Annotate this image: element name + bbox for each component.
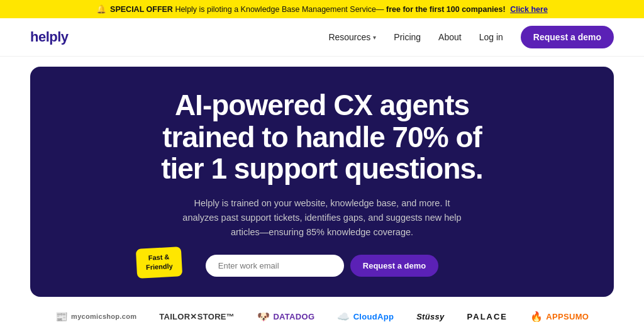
- hero-cta-row: Fast & Friendly Request a demo: [206, 255, 438, 277]
- announcement-cta[interactable]: Click here: [510, 5, 548, 14]
- announcement-bar: 🔔 SPECIAL OFFER Helply is piloting a Kno…: [0, 0, 644, 18]
- cloudapp-label: CloudApp: [353, 312, 394, 321]
- stussy-label: Stüssy: [416, 312, 444, 321]
- mycomicshop-label: mycomicshop.com: [71, 313, 136, 321]
- logos-bar: 📰 mycomicshop.com TAILOR✕STORE™ 🐶 DATADO…: [0, 297, 644, 322]
- nav-links: Resources ▾ Pricing About Log in: [328, 32, 502, 42]
- hero-section: AI-powered CX agents trained to handle 7…: [30, 67, 614, 297]
- palace-label: PALACE: [467, 312, 508, 321]
- nav-login[interactable]: Log in: [479, 32, 503, 42]
- hero-heading: AI-powered CX agents trained to handle 7…: [161, 89, 483, 185]
- mycomicshop-icon: 📰: [55, 311, 68, 322]
- nav-demo-button[interactable]: Request a demo: [521, 26, 614, 48]
- hero-heading-line3: tier 1 support questions.: [161, 152, 483, 185]
- email-input[interactable]: [206, 255, 344, 277]
- logo-mycomicshop: 📰 mycomicshop.com: [55, 311, 136, 322]
- logo-cloudapp: ☁️ CloudApp: [337, 311, 394, 322]
- logo-appsumo: 🔥 APPSUMO: [530, 311, 589, 322]
- logo[interactable]: helply: [30, 29, 69, 45]
- nav-about[interactable]: About: [438, 32, 462, 42]
- cloudapp-icon: ☁️: [337, 311, 350, 322]
- appsumo-label: APPSUMO: [546, 312, 589, 321]
- logo-datadog: 🐶 DATADOG: [257, 311, 314, 322]
- logo-stussy: Stüssy: [416, 312, 444, 321]
- announcement-body: Helply is piloting a Knowledge Base Mana…: [175, 5, 384, 14]
- badge-line1: Fast &: [148, 253, 169, 262]
- hero-wrapper: AI-powered CX agents trained to handle 7…: [0, 57, 644, 297]
- announcement-highlight: free for the first 100 companies!: [386, 5, 506, 14]
- nav-resources-label: Resources: [328, 32, 370, 42]
- logo-palace: PALACE: [467, 312, 508, 321]
- hero-subtext: Helply is trained on your website, knowl…: [177, 196, 467, 240]
- datadog-label: DATADOG: [273, 312, 314, 321]
- nav-pricing[interactable]: Pricing: [394, 32, 421, 42]
- appsumo-icon: 🔥: [530, 311, 543, 322]
- announcement-text: SPECIAL OFFER Helply is piloting a Knowl…: [110, 5, 548, 14]
- datadog-icon: 🐶: [257, 311, 270, 322]
- tailorstore-label: TAILOR✕STORE™: [159, 312, 235, 321]
- badge-line2: Friendly: [145, 262, 172, 271]
- navbar: helply Resources ▾ Pricing About Log in …: [0, 18, 644, 57]
- hero-heading-line2: trained to handle 70% of: [162, 121, 482, 153]
- hero-heading-line1: AI-powered CX agents: [175, 89, 469, 121]
- announcement-icon: 🔔: [96, 4, 106, 14]
- announcement-prefix: SPECIAL OFFER: [110, 5, 173, 14]
- nav-resources[interactable]: Resources ▾: [328, 32, 376, 42]
- logo-tailorstore: TAILOR✕STORE™: [159, 312, 235, 321]
- chevron-down-icon: ▾: [373, 34, 376, 41]
- fast-friendly-badge: Fast & Friendly: [136, 247, 182, 278]
- hero-cta-button[interactable]: Request a demo: [350, 255, 438, 277]
